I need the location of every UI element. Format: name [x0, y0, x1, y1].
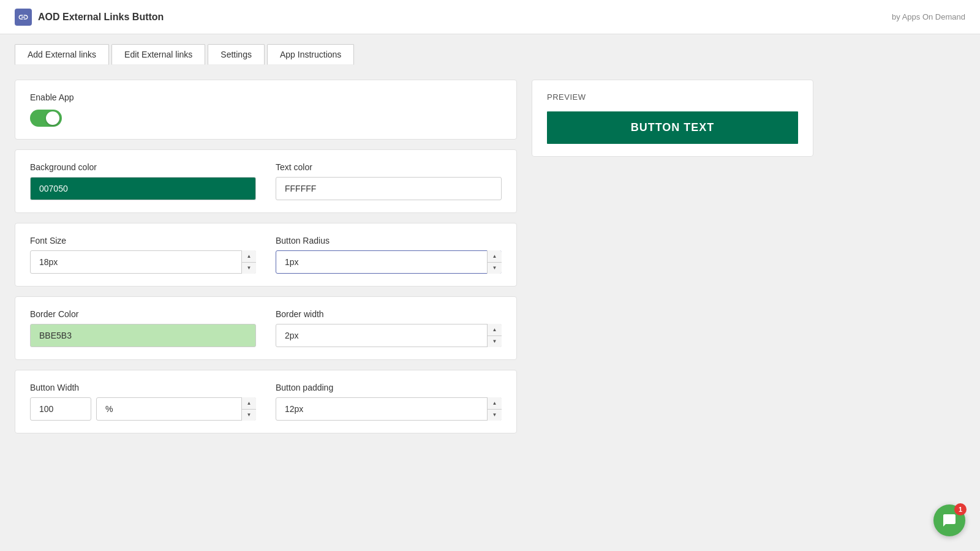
app-title: AOD External Links Button — [38, 12, 164, 23]
background-color-label: Background color — [30, 162, 256, 172]
main-content: Enable App Background color 007050 Text … — [0, 65, 980, 448]
border-color-group: Border Color BBE5B3 — [30, 309, 256, 347]
button-padding-label: Button padding — [276, 383, 502, 392]
enable-app-toggle[interactable] — [30, 110, 62, 127]
border-row: Border Color BBE5B3 Border width 0px 1px… — [30, 309, 502, 347]
chat-bubble[interactable]: 1 — [933, 504, 965, 536]
button-radius-spinner-buttons: ▲ ▼ — [487, 250, 502, 274]
button-radius-label: Button Radius — [276, 236, 502, 246]
button-radius-up[interactable]: ▲ — [488, 250, 502, 263]
font-radius-row: Font Size 12px 14px 16px 18px 20px 24px … — [30, 236, 502, 274]
border-color-label: Border Color — [30, 309, 256, 319]
text-color-group: Text color — [276, 162, 502, 200]
button-padding-up[interactable]: ▲ — [488, 397, 502, 410]
background-color-group: Background color 007050 — [30, 162, 256, 200]
tab-app-instructions[interactable]: App Instructions — [267, 44, 354, 65]
font-size-label: Font Size — [30, 236, 256, 246]
nav-tabs: Add External links Edit External links S… — [0, 34, 980, 65]
font-size-down[interactable]: ▼ — [242, 263, 256, 274]
unit-down[interactable]: ▼ — [242, 410, 256, 421]
width-padding-card: Button Width % px ▲ ▼ — [15, 370, 517, 433]
app-icon — [15, 9, 32, 26]
font-size-select[interactable]: 12px 14px 16px 18px 20px 24px — [30, 250, 256, 274]
button-padding-group: Button padding 4px 8px 10px 12px 16px 20… — [276, 383, 502, 421]
button-width-label: Button Width — [30, 383, 256, 392]
font-radius-card: Font Size 12px 14px 16px 18px 20px 24px … — [15, 223, 517, 287]
border-width-down[interactable]: ▼ — [488, 336, 502, 348]
tab-settings[interactable]: Settings — [208, 44, 265, 65]
border-width-group: Border width 0px 1px 2px 3px 4px ▲ ▼ — [276, 309, 502, 347]
header-left: AOD External Links Button — [15, 9, 164, 26]
button-radius-down[interactable]: ▼ — [488, 263, 502, 274]
preview-panel: PREVIEW BUTTON TEXT — [532, 80, 813, 157]
width-padding-row: Button Width % px ▲ ▼ — [30, 383, 502, 421]
border-width-label: Border width — [276, 309, 502, 319]
text-color-label: Text color — [276, 162, 502, 172]
by-text: by Apps On Demand — [892, 12, 965, 21]
button-padding-spinner-buttons: ▲ ▼ — [487, 397, 502, 421]
border-width-up[interactable]: ▲ — [488, 324, 502, 336]
button-width-controls: % px ▲ ▼ — [30, 397, 256, 421]
button-radius-spinner: 0px 1px 2px 4px 8px 16px ▲ ▼ — [276, 250, 502, 274]
enable-app-card: Enable App — [15, 80, 517, 140]
text-color-input[interactable] — [276, 177, 502, 200]
button-padding-spinner: 4px 8px 10px 12px 16px 20px ▲ ▼ — [276, 397, 502, 421]
preview-button[interactable]: BUTTON TEXT — [547, 111, 798, 144]
font-size-up[interactable]: ▲ — [242, 250, 256, 263]
button-radius-group: Button Radius 0px 1px 2px 4px 8px 16px ▲ — [276, 236, 502, 274]
font-size-spinner: 12px 14px 16px 18px 20px 24px ▲ ▼ — [30, 250, 256, 274]
background-color-input[interactable]: 007050 — [30, 177, 256, 200]
enable-app-label: Enable App — [30, 92, 502, 102]
settings-panel: Enable App Background color 007050 Text … — [15, 80, 517, 433]
unit-spinner: % px ▲ ▼ — [96, 397, 256, 421]
tab-edit-external-links[interactable]: Edit External links — [111, 44, 205, 65]
button-width-input[interactable] — [30, 397, 91, 421]
unit-up[interactable]: ▲ — [242, 397, 256, 410]
button-padding-select[interactable]: 4px 8px 10px 12px 16px 20px — [276, 397, 502, 421]
border-card: Border Color BBE5B3 Border width 0px 1px… — [15, 296, 517, 360]
unit-spinner-buttons: ▲ ▼ — [241, 397, 256, 421]
chat-badge: 1 — [954, 503, 967, 515]
font-size-spinner-buttons: ▲ ▼ — [241, 250, 256, 274]
unit-select[interactable]: % px — [96, 397, 256, 421]
button-width-group: Button Width % px ▲ ▼ — [30, 383, 256, 421]
color-card: Background color 007050 Text color — [15, 149, 517, 213]
border-width-spinner-buttons: ▲ ▼ — [487, 324, 502, 347]
header: AOD External Links Button by Apps On Dem… — [0, 0, 980, 34]
button-padding-down[interactable]: ▼ — [488, 410, 502, 421]
border-color-input[interactable]: BBE5B3 — [30, 324, 256, 347]
color-row: Background color 007050 Text color — [30, 162, 502, 200]
border-width-spinner: 0px 1px 2px 3px 4px ▲ ▼ — [276, 324, 502, 347]
enable-app-toggle-container — [30, 110, 502, 127]
preview-label: PREVIEW — [547, 92, 798, 102]
tab-add-external-links[interactable]: Add External links — [15, 44, 109, 65]
font-size-group: Font Size 12px 14px 16px 18px 20px 24px … — [30, 236, 256, 274]
preview-card: PREVIEW BUTTON TEXT — [532, 80, 813, 157]
button-radius-select[interactable]: 0px 1px 2px 4px 8px 16px — [276, 250, 502, 274]
border-width-select[interactable]: 0px 1px 2px 3px 4px — [276, 324, 502, 347]
